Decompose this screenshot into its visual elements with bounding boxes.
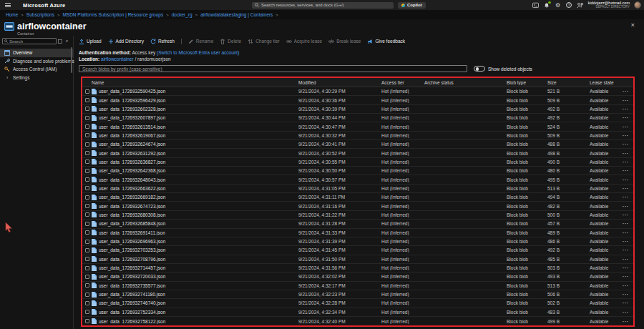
blob-name-link[interactable]: user_data_1726932758122.json [99,319,165,324]
row-checkbox[interactable] [85,98,89,102]
row-menu-button[interactable]: ··· [623,247,634,252]
account-menu[interactable]: kiddojazz@hotmail.com DEFAULT DIRECTORY [588,1,630,9]
breadcrumb-item[interactable]: MSDN Platforms Subscription | Resource g… [62,12,163,17]
blob-name-link[interactable]: user_data_1726932624674.json [99,142,165,147]
column-header-modified[interactable]: Modified [298,80,381,85]
table-row[interactable]: user_data_1726932607897.json9/21/2024, 4… [82,114,633,122]
row-checkbox[interactable] [85,177,89,182]
blob-name-link[interactable]: user_data_1726932636827.json [99,159,165,164]
table-row[interactable]: user_data_1726932602328.json9/21/2024, 4… [82,105,633,114]
row-menu-button[interactable]: ··· [623,221,634,226]
row-menu-button[interactable]: ··· [623,115,634,120]
row-menu-button[interactable]: ··· [623,300,634,305]
row-menu-button[interactable]: ··· [623,98,634,103]
row-checkbox[interactable] [85,240,89,244]
blob-name-link[interactable]: user_data_1726932708796.json [99,257,165,262]
give-feedback-button[interactable]: Give feedback [367,39,405,44]
table-row[interactable]: user_data_1726932720033.json9/21/2024, 4… [82,272,633,281]
column-header-name[interactable]: Name [92,80,298,85]
row-menu-button[interactable]: ··· [623,107,634,112]
table-row[interactable]: user_data_1726932663622.json9/21/2024, 4… [82,185,633,193]
row-menu-button[interactable]: ··· [623,177,634,182]
row-menu-button[interactable]: ··· [623,124,634,129]
blob-name-link[interactable]: user_data_1726932663622.json [99,186,165,191]
settings-gear-icon[interactable]: ⚙ [555,2,561,9]
delete-button[interactable]: Delete [220,39,241,44]
row-checkbox[interactable] [85,310,89,314]
row-checkbox[interactable] [85,319,89,323]
table-row[interactable]: user_data_1726932619067.json9/21/2024, 4… [82,132,633,140]
sidebar-scrollbar[interactable] [71,47,72,73]
breadcrumb-item[interactable]: Subscriptions [26,12,54,17]
breadcrumb-item[interactable]: airflowdatalakestaging | Containers [200,12,273,17]
row-checkbox[interactable] [85,212,89,217]
blob-name-link[interactable]: user_data_1726932669182.json [99,195,165,200]
sidebar-search-input[interactable]: Search [2,38,57,44]
blob-name-link[interactable]: user_data_1726932642368.json [99,168,165,173]
row-checkbox[interactable] [85,169,89,173]
row-menu-button[interactable]: ··· [623,89,634,94]
collapse-sidebar-icon[interactable]: « [65,39,68,44]
row-checkbox[interactable] [85,222,89,226]
blob-name-link[interactable]: user_data_1726932613514.json [99,124,165,129]
row-menu-button[interactable]: ··· [623,274,634,279]
table-row[interactable]: user_data_1726932714457.json9/21/2024, 4… [82,264,633,272]
help-icon[interactable]: ? [566,2,572,9]
blob-name-link[interactable]: user_data_1726932703253.json [99,247,165,252]
table-row[interactable]: user_data_1726932590425.json9/21/2024, 4… [82,87,633,96]
blob-name-link[interactable]: user_data_1726932674723.json [99,204,165,209]
sidebar-item-overview[interactable]: Overview [0,49,73,57]
blob-name-link[interactable]: user_data_1726932685848.json [99,221,165,226]
notifications-bell-icon[interactable] [544,2,550,9]
row-checkbox[interactable] [85,159,89,164]
blob-name-link[interactable]: user_data_1726932720033.json [99,274,165,279]
menu-icon[interactable] [0,0,17,10]
row-checkbox[interactable] [85,204,89,208]
row-menu-button[interactable]: ··· [623,239,634,244]
row-checkbox[interactable] [85,116,89,120]
row-menu-button[interactable]: ··· [623,292,634,297]
cloud-shell-icon[interactable] [532,2,539,9]
row-checkbox[interactable] [85,293,89,297]
column-header-size[interactable]: Size [547,80,590,85]
row-checkbox[interactable] [85,133,89,137]
column-header-access-tier[interactable]: Access tier [381,80,424,85]
row-checkbox[interactable] [85,257,89,261]
copilot-button[interactable]: Copilot [398,2,426,9]
row-checkbox[interactable] [85,275,89,279]
row-checkbox[interactable] [85,124,89,129]
table-row[interactable]: user_data_1726932703253.json9/21/2024, 4… [82,246,633,255]
row-menu-button[interactable]: ··· [623,186,634,191]
row-menu-button[interactable]: ··· [623,142,634,147]
sidebar-item-diagnose[interactable]: Diagnose and solve problems [0,57,73,66]
blob-prefix-search-input[interactable]: Search blobs by prefix (case-sensitive) [79,65,467,72]
blob-name-link[interactable]: user_data_1726932691411.json [99,230,165,235]
table-row[interactable]: user_data_1726932752334.json9/21/2024, 4… [82,308,633,317]
row-checkbox[interactable] [85,283,89,288]
acquire-lease-button[interactable]: Acquire lease [286,39,322,44]
row-menu-button[interactable]: ··· [623,168,634,173]
row-menu-button[interactable]: ··· [623,283,634,288]
product-title[interactable]: Microsoft Azure [23,2,65,9]
table-row[interactable]: user_data_1726932758122.json9/21/2024, 4… [82,317,633,325]
breadcrumb-item[interactable]: docker_rg [172,12,192,17]
table-row[interactable]: user_data_1726932642368.json9/21/2024, 4… [82,167,633,175]
undock-icon[interactable] [58,39,62,44]
table-row[interactable]: user_data_1726932708796.json9/21/2024, 4… [82,255,633,264]
row-menu-button[interactable]: ··· [623,230,634,235]
row-menu-button[interactable]: ··· [623,159,634,164]
blob-name-link[interactable]: user_data_1726932596429.json [99,98,165,103]
sidebar-item-access-control[interactable]: Access Control (IAM) [0,65,73,74]
column-header-blob-type[interactable]: Blob type [507,80,547,85]
table-row[interactable]: user_data_1726932613514.json9/21/2024, 4… [82,122,633,131]
row-checkbox[interactable] [85,186,89,190]
row-menu-button[interactable]: ··· [623,257,634,262]
blob-name-link[interactable]: user_data_1726932602328.json [99,107,165,112]
table-row[interactable]: user_data_1726932631292.json9/21/2024, 4… [82,149,633,157]
row-checkbox[interactable] [85,151,89,155]
table-row[interactable]: user_data_1726932696963.json9/21/2024, 4… [82,237,633,246]
change-tier-button[interactable]: Change tier [248,39,280,44]
row-menu-button[interactable]: ··· [623,212,634,217]
feedback-person-icon[interactable] [577,2,583,9]
row-checkbox[interactable] [85,195,89,200]
